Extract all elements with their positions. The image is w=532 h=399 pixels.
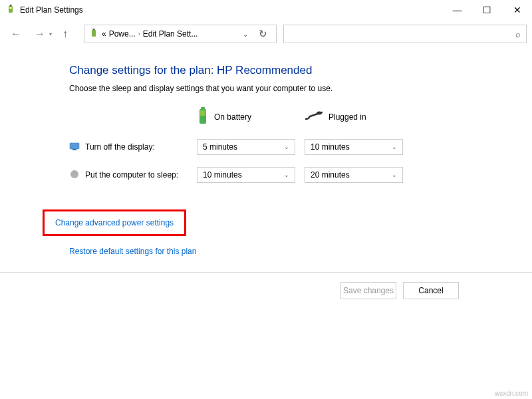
- battery-icon: [197, 106, 209, 127]
- titlebar: Edit Plan Settings — ☐ ✕: [0, 0, 532, 20]
- column-header-plugged: Plugged in: [305, 110, 404, 124]
- display-plugged-dropdown[interactable]: 10 minutes ⌄: [305, 139, 403, 155]
- close-button[interactable]: ✕: [502, 0, 532, 20]
- display-plugged-value: 10 minutes: [311, 142, 350, 152]
- address-bar[interactable]: « Powe... › Edit Plan Sett... ⌄ ↻: [84, 25, 277, 43]
- up-button[interactable]: ↑: [55, 25, 76, 43]
- svg-rect-10: [72, 149, 76, 150]
- links-section: Change advanced power settings Restore d…: [43, 209, 532, 256]
- display-icon: [69, 141, 80, 154]
- save-button: Save changes: [340, 282, 396, 299]
- footer: Save changes Cancel: [0, 273, 532, 299]
- titlebar-left: Edit Plan Settings: [5, 4, 83, 17]
- row-display-label: Turn off the display:: [69, 141, 189, 154]
- column-header-battery: On battery: [197, 106, 297, 127]
- refresh-button[interactable]: ↻: [253, 28, 272, 40]
- search-bar[interactable]: ⌕: [283, 25, 527, 43]
- settings-grid: On battery Plugged in Turn off the displ…: [69, 106, 532, 183]
- column-header-battery-label: On battery: [214, 112, 251, 122]
- sleep-battery-dropdown[interactable]: 10 minutes ⌄: [197, 167, 295, 183]
- forward-button[interactable]: →: [29, 25, 51, 43]
- svg-rect-1: [10, 5, 12, 6]
- row-sleep-text: Put the computer to sleep:: [85, 170, 178, 180]
- breadcrumb-separator-icon: ›: [138, 31, 140, 37]
- svg-rect-2: [9, 7, 12, 9]
- sleep-plugged-dropdown[interactable]: 20 minutes ⌄: [305, 167, 403, 183]
- sleep-icon: [69, 169, 80, 182]
- navigation-row: ← → ▾ ↑ « Powe... › Edit Plan Sett... ⌄ …: [0, 20, 532, 48]
- svg-rect-3: [92, 30, 96, 37]
- advanced-settings-link[interactable]: Change advanced power settings: [55, 218, 174, 227]
- cancel-button[interactable]: Cancel: [403, 282, 459, 299]
- chevron-down-icon: ⌄: [392, 172, 397, 178]
- svg-point-8: [317, 112, 322, 115]
- chevron-down-icon: ⌄: [392, 144, 397, 150]
- svg-rect-9: [70, 143, 79, 149]
- back-button[interactable]: ←: [5, 25, 27, 43]
- address-bar-icon: [88, 28, 99, 41]
- highlighted-link-box: Change advanced power settings: [43, 209, 186, 236]
- breadcrumb: « Powe... › Edit Plan Sett...: [102, 29, 237, 39]
- window-title: Edit Plan Settings: [20, 5, 83, 15]
- search-icon: ⌕: [515, 29, 521, 39]
- breadcrumb-item-2[interactable]: Edit Plan Sett...: [143, 29, 198, 39]
- svg-point-11: [70, 170, 78, 178]
- page-subheading: Choose the sleep and display settings th…: [69, 84, 532, 93]
- sleep-battery-value: 10 minutes: [203, 170, 242, 180]
- column-header-plugged-label: Plugged in: [329, 112, 366, 122]
- display-battery-dropdown[interactable]: 5 minutes ⌄: [197, 139, 295, 155]
- svg-rect-7: [200, 110, 205, 116]
- watermark: wsxdn.com: [495, 390, 528, 397]
- address-dropdown-icon[interactable]: ⌄: [240, 31, 251, 38]
- svg-rect-0: [9, 6, 13, 13]
- maximize-button[interactable]: ☐: [472, 0, 502, 20]
- sleep-plugged-value: 20 minutes: [311, 170, 350, 180]
- svg-rect-6: [201, 107, 205, 109]
- breadcrumb-prefix: «: [102, 29, 106, 39]
- row-sleep-label: Put the computer to sleep:: [69, 169, 189, 182]
- display-battery-value: 5 minutes: [203, 142, 237, 152]
- minimize-button[interactable]: —: [442, 0, 472, 20]
- chevron-down-icon: ⌄: [284, 144, 289, 150]
- power-plan-icon: [5, 4, 16, 17]
- svg-rect-4: [93, 29, 95, 30]
- content-area: Change settings for the plan: HP Recomme…: [0, 48, 532, 256]
- breadcrumb-item-1[interactable]: Powe...: [109, 29, 136, 39]
- history-dropdown-icon[interactable]: ▾: [49, 31, 52, 37]
- plug-icon: [305, 110, 323, 124]
- chevron-down-icon: ⌄: [284, 172, 289, 178]
- row-display-text: Turn off the display:: [85, 142, 155, 152]
- restore-defaults-link[interactable]: Restore default settings for this plan: [69, 247, 532, 256]
- page-heading: Change settings for the plan: HP Recomme…: [69, 64, 532, 77]
- window-controls: — ☐ ✕: [442, 0, 532, 20]
